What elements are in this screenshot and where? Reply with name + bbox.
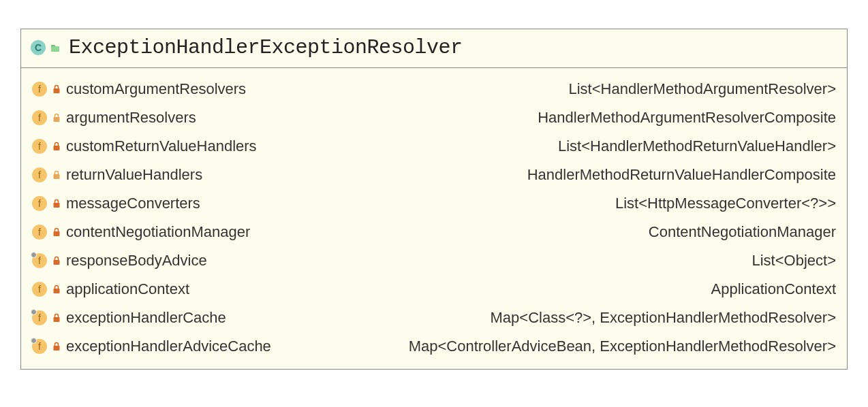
field-name: returnValueHandlers [66, 166, 202, 184]
field-icon: f [32, 110, 47, 125]
field-row[interactable]: fresponseBodyAdviceList<Object> [32, 246, 836, 275]
fields-list: fcustomArgumentResolversList<HandlerMeth… [21, 68, 847, 369]
field-name: argumentResolvers [66, 109, 196, 127]
class-structure-panel: C ExceptionHandlerExceptionResolver fcus… [20, 29, 848, 370]
lock-icon [52, 342, 61, 351]
field-icon: f [32, 253, 47, 268]
field-row[interactable]: fcustomReturnValueHandlersList<HandlerMe… [32, 132, 836, 161]
svg-rect-3 [54, 174, 60, 179]
field-name: applicationContext [66, 280, 189, 298]
field-type: List<Object> [751, 252, 836, 270]
lock-icon [52, 313, 61, 323]
field-row[interactable]: fexceptionHandlerCacheMap<Class<?>, Exce… [32, 304, 836, 332]
svg-rect-9 [54, 346, 60, 351]
svg-rect-8 [54, 317, 60, 322]
field-type: List<HandlerMethodReturnValueHandler> [558, 137, 836, 155]
svg-rect-0 [54, 88, 60, 93]
lock-icon [52, 256, 61, 265]
field-icon: f [32, 339, 47, 354]
field-row[interactable]: fapplicationContextApplicationContext [32, 275, 836, 304]
lock-icon [52, 84, 61, 94]
field-row[interactable]: fmessageConvertersList<HttpMessageConver… [32, 189, 836, 218]
field-icon: f [32, 225, 47, 240]
svg-rect-4 [54, 203, 60, 208]
field-name: exceptionHandlerCache [66, 309, 226, 327]
field-name: contentNegotiationManager [66, 223, 250, 241]
svg-rect-2 [54, 146, 60, 150]
class-icon: C [31, 40, 46, 55]
lock-icon [52, 199, 61, 208]
field-icon: f [32, 196, 47, 211]
field-icon: f [32, 82, 47, 97]
field-row[interactable]: fargumentResolversHandlerMethodArgumentR… [32, 103, 836, 132]
field-icon: f [32, 310, 47, 325]
field-name: exceptionHandlerAdviceCache [66, 338, 271, 355]
class-name: ExceptionHandlerExceptionResolver [69, 36, 463, 59]
field-icon: f [32, 282, 47, 297]
package-icon [51, 44, 61, 52]
lock-icon [52, 170, 61, 180]
field-type: ContentNegotiationManager [649, 223, 836, 241]
field-type: List<HttpMessageConverter<?>> [615, 195, 836, 212]
field-name: responseBodyAdvice [66, 252, 207, 270]
field-row[interactable]: fcontentNegotiationManagerContentNegotia… [32, 218, 836, 246]
field-name: customArgumentResolvers [66, 80, 246, 98]
field-type: List<HandlerMethodArgumentResolver> [568, 80, 836, 98]
svg-rect-5 [54, 231, 60, 236]
lock-icon [52, 113, 61, 123]
field-row[interactable]: freturnValueHandlersHandlerMethodReturnV… [32, 161, 836, 189]
field-type: Map<ControllerAdviceBean, ExceptionHandl… [409, 338, 836, 355]
field-name: customReturnValueHandlers [66, 137, 257, 155]
field-type: ApplicationContext [711, 280, 836, 298]
field-name: messageConverters [66, 195, 200, 212]
field-row[interactable]: fexceptionHandlerAdviceCacheMap<Controll… [32, 332, 836, 361]
field-row[interactable]: fcustomArgumentResolversList<HandlerMeth… [32, 75, 836, 103]
lock-icon [52, 227, 61, 237]
svg-rect-1 [54, 117, 60, 122]
field-type: Map<Class<?>, ExceptionHandlerMethodReso… [490, 309, 836, 327]
lock-icon [52, 284, 61, 294]
lock-icon [52, 142, 61, 151]
svg-rect-6 [54, 260, 60, 265]
field-icon: f [32, 167, 47, 182]
field-type: HandlerMethodArgumentResolverComposite [538, 109, 836, 127]
field-icon: f [32, 139, 47, 154]
class-header: C ExceptionHandlerExceptionResolver [21, 29, 847, 68]
svg-rect-7 [54, 289, 60, 293]
field-type: HandlerMethodReturnValueHandlerComposite [527, 166, 836, 184]
